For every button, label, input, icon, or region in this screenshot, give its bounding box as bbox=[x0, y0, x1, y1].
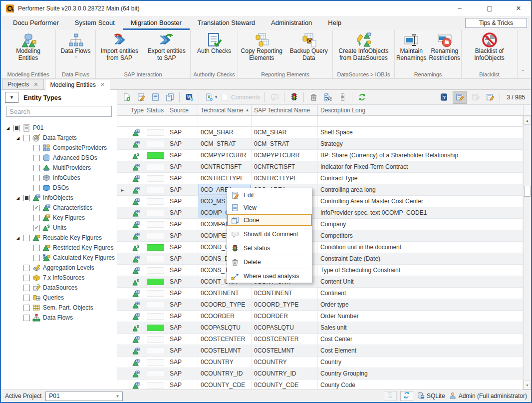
description-cell[interactable]: Cost Center bbox=[318, 334, 523, 345]
description-cell[interactable]: Order Number bbox=[318, 311, 523, 322]
scrollbar-thumb[interactable] bbox=[524, 186, 531, 197]
menu-item-show-edit-comment[interactable]: ...Show/Edit Comment bbox=[227, 228, 312, 240]
source-cell[interactable]: SAP bbox=[167, 299, 198, 310]
source-cell[interactable]: SAP bbox=[167, 345, 198, 356]
column-header-technical-name[interactable]: Technical Name▲ bbox=[198, 105, 252, 115]
tree-item-advanced-dsos[interactable]: Advanced DSOs bbox=[1, 153, 117, 163]
tree-item-sem-part-objects[interactable]: Sem. Part. Objects bbox=[1, 303, 117, 313]
table-row[interactable]: SAP0CONS_DAConstraint Date (Date) bbox=[117, 253, 523, 265]
menu-item-translation-steward[interactable]: Translation Steward bbox=[190, 16, 263, 30]
table-row[interactable]: SAP0COSTELMNT0COSTELMNTCost Element bbox=[117, 345, 523, 357]
source-cell[interactable]: SAP bbox=[167, 196, 198, 207]
filter-cell[interactable] bbox=[252, 116, 318, 126]
tree-checkbox[interactable] bbox=[13, 125, 20, 131]
description-cell[interactable]: Country bbox=[318, 357, 523, 368]
tree-checkbox[interactable] bbox=[23, 235, 30, 241]
entity-types-dropdown-button[interactable]: ▼ bbox=[5, 92, 18, 103]
panel-edit-alt-icon[interactable] bbox=[485, 92, 495, 102]
scroll-up-button[interactable]: ▲ bbox=[524, 116, 531, 125]
menu-item-delete[interactable]: Delete bbox=[227, 256, 312, 268]
clone-entity-icon[interactable] bbox=[165, 92, 175, 102]
refresh-icon[interactable] bbox=[357, 92, 367, 102]
source-cell[interactable]: SAP bbox=[167, 368, 198, 379]
close-tab-icon[interactable]: ✕ bbox=[100, 81, 105, 88]
sync-button[interactable] bbox=[400, 391, 413, 401]
tree-item-characteristics[interactable]: Characteristics bbox=[1, 203, 117, 213]
source-cell[interactable]: SAP bbox=[167, 288, 198, 299]
description-cell[interactable]: Sales unit bbox=[318, 322, 523, 333]
menu-item-where-used-analysis[interactable]: Where used analysis bbox=[227, 270, 312, 282]
description-cell[interactable]: Competitors bbox=[318, 230, 523, 241]
ribbon-button-copy-reporting-elements[interactable]: Copy Reporting Elements bbox=[238, 31, 285, 62]
tree-checkbox[interactable] bbox=[33, 155, 40, 161]
status-cell[interactable] bbox=[144, 265, 167, 276]
source-cell[interactable]: SAP bbox=[167, 173, 198, 184]
tree-item-data-flows[interactable]: Data Flows bbox=[1, 313, 117, 323]
table-row[interactable]: $SAP0CONT_UNIT0CONT_UNITContent Unit bbox=[117, 276, 523, 288]
ribbon-button-blacklist-of-infoobjects[interactable]: Blacklist of InfoObjects bbox=[462, 31, 517, 62]
close-icon[interactable]: ✕ bbox=[513, 3, 524, 13]
panel-edit-icon[interactable] bbox=[453, 91, 466, 103]
technical-name-cell[interactable]: 0COUNTRY_ID bbox=[198, 368, 252, 379]
tree-item-infocubes[interactable]: InfoCubes bbox=[1, 173, 117, 183]
source-cell[interactable]: SAP bbox=[167, 207, 198, 218]
source-cell[interactable]: SAP bbox=[167, 127, 198, 138]
chevron-down-icon[interactable]: ▾ bbox=[215, 95, 217, 99]
description-cell[interactable]: Controlling Area of Master Cost Center bbox=[318, 196, 523, 207]
sap-technical-name-cell[interactable]: 0CONTINENT bbox=[252, 288, 318, 299]
menu-item-system-scout[interactable]: System Scout bbox=[67, 16, 123, 30]
tab-modeling-entities[interactable]: Modeling Entities✕ bbox=[45, 79, 111, 90]
sap-technical-name-cell[interactable]: 0COUNTY_CDE bbox=[252, 380, 318, 390]
tree-checkbox[interactable] bbox=[33, 185, 40, 191]
status-cell[interactable] bbox=[144, 230, 167, 241]
column-header-source[interactable]: Source bbox=[167, 105, 198, 115]
sap-technical-name-cell[interactable]: 0CMPYPTCURR bbox=[252, 150, 318, 161]
view-entity-icon[interactable] bbox=[150, 92, 160, 102]
status-cell[interactable] bbox=[144, 219, 167, 230]
close-tab-icon[interactable]: ✕ bbox=[33, 81, 38, 88]
tree-checkbox[interactable] bbox=[23, 315, 30, 321]
table-row[interactable]: $SAP0CMPYPTCURR0CMPYPTCURRBP: Share (Cur… bbox=[117, 150, 523, 161]
table-row[interactable]: SAP0CO_MST_Controlling Area of Master Co… bbox=[117, 196, 523, 207]
batch-icon[interactable] bbox=[337, 92, 347, 102]
description-cell[interactable]: BP: Share (Currency) of a Shareholder Re… bbox=[318, 150, 523, 161]
tree-item-p01[interactable]: ◢P01 bbox=[1, 123, 117, 133]
description-cell[interactable]: Order type bbox=[318, 299, 523, 310]
technical-name-cell[interactable]: 0CNTRCTTYPE bbox=[198, 173, 252, 184]
sap-technical-name-cell[interactable]: 0COUNTRY_ID bbox=[252, 368, 318, 379]
tree-item-infoobjects[interactable]: ◢InfoObjects bbox=[1, 193, 117, 203]
source-cell[interactable]: SAP bbox=[167, 253, 198, 264]
maximize-icon[interactable]: ▢ bbox=[484, 3, 495, 13]
status-cell[interactable] bbox=[144, 184, 167, 195]
status-cell[interactable] bbox=[144, 276, 167, 287]
description-cell[interactable]: Constraint Date (Date) bbox=[318, 253, 523, 264]
tree-item-key-figures[interactable]: Key Figures bbox=[1, 213, 117, 223]
status-cell[interactable] bbox=[144, 299, 167, 310]
technical-name-cell[interactable]: 0CM_STRAT bbox=[198, 138, 252, 149]
help-icon[interactable]: ? bbox=[439, 92, 449, 102]
description-cell[interactable]: Indicator for Fixed-Term Contract bbox=[318, 161, 523, 172]
status-cell[interactable] bbox=[144, 380, 167, 390]
status-cell[interactable] bbox=[144, 138, 167, 149]
vertical-scrollbar[interactable]: ▲ ▼ bbox=[523, 116, 531, 390]
table-row[interactable]: SAP0CM_SHAR0CM_SHARShelf Space bbox=[117, 127, 523, 138]
source-cell[interactable]: SAP bbox=[167, 242, 198, 253]
table-row[interactable]: SAP0COSTCENTER0COSTCENTERCost Center bbox=[117, 334, 523, 345]
sap-technical-name-cell[interactable]: 0CNTRCTTYPE bbox=[252, 173, 318, 184]
status-cell[interactable] bbox=[144, 322, 167, 333]
ribbon-button-backup-query-data[interactable]: Backup Query Data bbox=[285, 31, 333, 62]
edit-entity-icon[interactable] bbox=[136, 92, 146, 102]
filter-cell[interactable] bbox=[144, 116, 167, 126]
tree-checkbox[interactable] bbox=[33, 225, 40, 231]
table-row[interactable]: SAP0COMP_COInfoProvider spec. text 0COMP… bbox=[117, 207, 523, 219]
tree-checkbox[interactable] bbox=[33, 255, 40, 261]
technical-name-cell[interactable]: 0COUNTY_CDE bbox=[198, 380, 252, 390]
source-cell[interactable]: SAP bbox=[167, 219, 198, 230]
table-row[interactable]: SAP0COMPANYCompany bbox=[117, 219, 523, 230]
tree-checkbox[interactable] bbox=[33, 205, 40, 211]
description-cell[interactable]: Contract Type bbox=[318, 173, 523, 184]
tree-item-aggregation-levels[interactable]: Aggregation Levels bbox=[1, 263, 117, 273]
word-export-icon[interactable]: W bbox=[184, 92, 194, 102]
expand-arrow-icon[interactable]: ◢ bbox=[15, 196, 21, 200]
description-cell[interactable]: Company bbox=[318, 219, 523, 230]
